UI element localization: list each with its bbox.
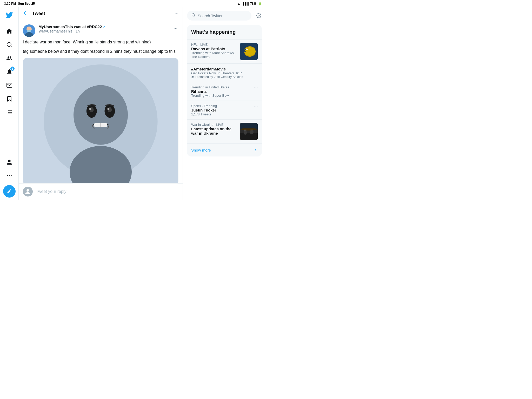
status-date: Sun Sep 25 [18, 2, 35, 5]
trending-tucker-info: Sports · Trending Justin Tucker 1,178 Tw… [191, 104, 251, 116]
battery-icon: 🔋 [258, 2, 262, 5]
tweet-image[interactable] [23, 58, 178, 185]
reply-input-field[interactable] [36, 189, 178, 194]
trending-ukraine-category: War in Ukraine · LIVE [191, 123, 237, 127]
svg-point-25 [107, 108, 109, 110]
author-handle-time: @MyUsernamesThis · 1h [38, 29, 169, 34]
search-input[interactable] [198, 14, 247, 18]
status-bar-left: 3:30 PM Sun Sep 25 [4, 2, 35, 5]
trending-rihanna-dots[interactable]: ··· [254, 85, 258, 90]
svg-point-0 [7, 42, 11, 47]
tweet-options-button[interactable]: ··· [172, 24, 178, 32]
reply-input-avatar [23, 187, 33, 197]
svg-point-7 [7, 175, 8, 176]
trending-nfl-info: NFL · LIVE Ravens at Patriots Trending w… [191, 43, 237, 59]
status-time: 3:30 PM [4, 2, 16, 5]
show-more-label: Show more [191, 148, 211, 152]
svg-rect-13 [27, 30, 31, 32]
reply-input-container [19, 183, 183, 200]
sidebar-item-people[interactable] [3, 52, 16, 64]
tweet-text-primary: i declare war on man face. Winning smile… [23, 39, 178, 45]
trending-nfl-meta: Trending with Mark Andrews, The Raiders [191, 51, 237, 59]
back-button[interactable] [23, 10, 28, 17]
notification-badge: 2 [10, 67, 15, 71]
trending-ukraine-name: Latest updates on the war in Ukraine [191, 127, 237, 135]
svg-point-9 [11, 175, 12, 176]
trending-rihanna-category: Trending in United States [191, 85, 251, 89]
search-bar[interactable] [187, 11, 251, 21]
trending-amsterdam-name: #AmsterdamMovie [191, 67, 258, 71]
trending-item-amsterdam[interactable]: #AmsterdamMovie Get Tickets Now. In Thea… [187, 63, 262, 82]
sidebar-item-notifications[interactable]: 2 [3, 66, 16, 78]
author-name[interactable]: MyUsernamesThis was at #RDC22 [38, 24, 102, 29]
tweet-header: Tweet ··· [19, 7, 183, 20]
trending-item-nfl[interactable]: NFL · LIVE Ravens at Patriots Trending w… [187, 39, 262, 63]
app-layout: 2 Tweet ··· [0, 7, 266, 200]
right-sidebar: What's happening NFL · LIVE Ravens at Pa… [183, 7, 266, 200]
search-header-row [187, 10, 262, 21]
show-more-button[interactable]: Show more [187, 143, 262, 156]
trending-amsterdam-info: #AmsterdamMovie Get Tickets Now. In Thea… [191, 67, 258, 79]
tweet-time: · 1h [74, 29, 79, 33]
svg-point-8 [9, 175, 10, 176]
trending-ukraine-info: War in Ukraine · LIVE Latest updates on … [191, 123, 237, 135]
sidebar-item-messages[interactable] [3, 79, 16, 91]
main-content: Tweet ··· My [19, 7, 183, 200]
trending-amsterdam-meta: Get Tickets Now. In Theaters 10.7 [191, 71, 258, 75]
settings-button[interactable] [254, 10, 264, 21]
compose-button[interactable] [3, 185, 16, 198]
sidebar-item-lists[interactable] [3, 106, 16, 119]
trending-item-justin-tucker[interactable]: Sports · Trending Justin Tucker 1,178 Tw… [187, 101, 262, 119]
svg-point-19 [74, 85, 128, 145]
trending-nfl-name: Ravens at Patriots [191, 47, 237, 51]
author-handle[interactable]: @MyUsernamesThis [38, 29, 72, 33]
tweet-author-avatar[interactable] [23, 24, 35, 37]
more-options-button[interactable]: ··· [175, 11, 178, 16]
status-bar: 3:30 PM Sun Sep 25 ▲ ▐▐▐ 78% 🔋 [0, 0, 266, 7]
trending-tucker-name: Justin Tucker [191, 108, 251, 112]
svg-point-36 [192, 14, 195, 16]
tweet-author-row: MyUsernamesThis was at #RDC22 ✓ @MyUsern… [23, 24, 178, 37]
search-icon [191, 13, 196, 18]
sidebar-item-more[interactable] [3, 169, 16, 182]
twitter-logo[interactable] [4, 9, 15, 22]
status-bar-right: ▲ ▐▐▐ 78% 🔋 [237, 2, 262, 5]
tweet-text-secondary: tag someone below and if they dont respo… [23, 48, 178, 55]
tweet-author-info: MyUsernamesThis was at #RDC22 ✓ @MyUsern… [38, 24, 169, 34]
trending-nfl-category: NFL · LIVE [191, 43, 237, 47]
wifi-icon: ▲ [237, 2, 241, 5]
trending-ukraine-image [240, 123, 258, 140]
trending-tucker-category: Sports · Trending [191, 104, 251, 108]
trending-tucker-dots[interactable]: ··· [254, 104, 258, 109]
sidebar-item-home[interactable] [3, 25, 16, 37]
verified-badge: ✓ [103, 25, 106, 29]
sidebar-item-search[interactable] [3, 38, 16, 51]
trending-item-rihanna[interactable]: Trending in United States Rihanna Trendi… [187, 82, 262, 101]
trending-tucker-meta: 1,178 Tweets [191, 112, 251, 116]
whats-happening-title: What's happening [187, 25, 262, 39]
trending-rihanna-meta: Trending with Super Bowl [191, 94, 251, 97]
sidebar-item-bookmarks[interactable] [3, 93, 16, 105]
main-tweet: MyUsernamesThis was at #RDC22 ✓ @MyUsern… [19, 20, 183, 200]
page-title: Tweet [32, 11, 45, 16]
cellular-icon: ▐▐▐ [242, 2, 249, 5]
sidebar-item-profile[interactable] [3, 156, 16, 168]
author-name-row: MyUsernamesThis was at #RDC22 ✓ [38, 24, 169, 29]
trending-rihanna-name: Rihanna [191, 89, 251, 94]
trending-item-ukraine[interactable]: War in Ukraine · LIVE Latest updates on … [187, 119, 262, 143]
svg-point-22 [89, 108, 91, 110]
svg-point-50 [241, 128, 257, 130]
battery-level: 78% [250, 2, 256, 5]
trending-rihanna-info: Trending in United States Rihanna Trendi… [191, 85, 251, 97]
sidebar: 2 [0, 7, 19, 200]
svg-rect-44 [240, 133, 258, 140]
svg-point-37 [258, 15, 260, 16]
trending-nfl-image [240, 43, 258, 60]
promoted-badge: Promoted by 20th Century Studios [191, 75, 258, 79]
whats-happening-card: What's happening NFL · LIVE Ravens at Pa… [187, 25, 262, 156]
